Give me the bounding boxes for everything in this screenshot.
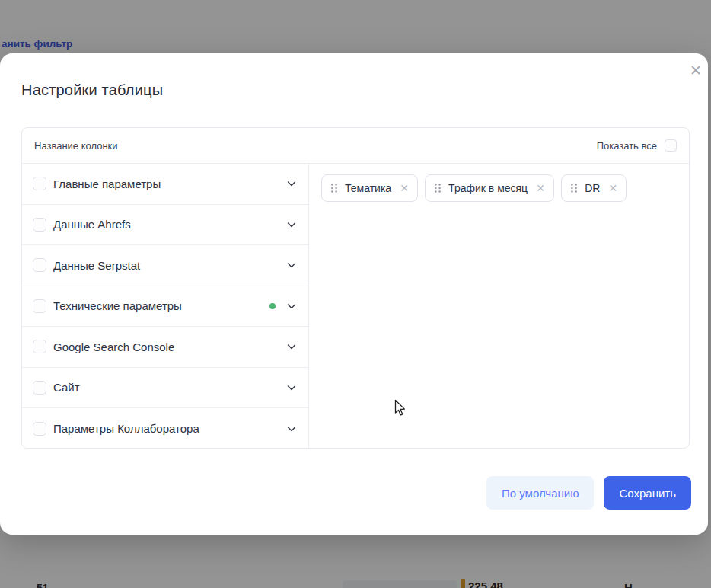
chip-remove-icon[interactable]: ✕ (607, 182, 619, 194)
show-all-control[interactable]: Показать все (597, 139, 677, 152)
column-chip[interactable]: Трафик в месяц ✕ (425, 174, 554, 202)
show-all-checkbox[interactable] (665, 139, 677, 152)
category-row[interactable]: Главные параметры (22, 164, 308, 205)
category-row[interactable]: Данные Serpstat (22, 245, 308, 286)
chevron-down-icon[interactable] (285, 423, 298, 435)
category-checkbox[interactable] (33, 381, 46, 395)
modal-title: Настройки таблицы (21, 81, 163, 99)
active-indicator-dot (269, 303, 276, 309)
columns-panel: Название колонки Показать все Главные па… (21, 127, 690, 449)
modal-footer: По умолчанию Сохранить (486, 476, 691, 510)
category-label: Технические параметры (53, 299, 182, 312)
category-checkbox[interactable] (33, 258, 46, 272)
show-all-label: Показать все (597, 140, 657, 152)
column-name-header: Название колонки (34, 140, 118, 152)
drag-handle-icon[interactable] (330, 183, 338, 193)
category-label: Данные Ahrefs (53, 218, 131, 231)
drag-handle-icon[interactable] (434, 183, 442, 193)
chevron-down-icon[interactable] (285, 219, 298, 231)
drag-handle-icon[interactable] (570, 183, 578, 193)
chip-remove-icon[interactable]: ✕ (398, 182, 410, 194)
chip-label: Тематика (345, 182, 391, 194)
selected-columns-area: Тематика ✕ Трафик в месяц (309, 164, 689, 448)
category-list: Главные параметры Данные Ahrefs (22, 164, 309, 448)
chip-remove-icon[interactable]: ✕ (534, 182, 547, 194)
default-button[interactable]: По умолчанию (486, 476, 594, 510)
table-settings-modal: ✕ Настройки таблицы Название колонки Пок… (0, 53, 708, 535)
category-label: Данные Serpstat (53, 259, 140, 272)
category-row[interactable]: Данные Ahrefs (22, 205, 308, 246)
chevron-down-icon[interactable] (285, 259, 298, 271)
category-row[interactable]: Сайт (22, 368, 308, 409)
panel-body: Главные параметры Данные Ahrefs (22, 164, 689, 448)
category-checkbox[interactable] (33, 422, 46, 436)
chevron-down-icon[interactable] (285, 382, 298, 394)
column-chip[interactable]: DR ✕ (561, 174, 627, 202)
category-row[interactable]: Google Search Console (22, 327, 308, 368)
category-row[interactable]: Технические параметры (22, 286, 308, 328)
chip-label: DR (585, 182, 600, 194)
chevron-down-icon[interactable] (285, 177, 298, 190)
category-checkbox[interactable] (33, 340, 46, 353)
category-label: Google Search Console (53, 340, 174, 353)
category-checkbox[interactable] (33, 218, 46, 232)
chevron-down-icon[interactable] (285, 300, 298, 312)
chevron-down-icon[interactable] (285, 340, 298, 353)
panel-header: Название колонки Показать все (22, 128, 689, 164)
category-checkbox[interactable] (33, 299, 46, 313)
category-label: Главные параметры (53, 177, 161, 190)
category-row[interactable]: Параметры Коллаборатора (22, 408, 308, 449)
close-icon[interactable]: ✕ (686, 61, 706, 81)
category-label: Сайт (53, 381, 80, 394)
column-chip[interactable]: Тематика ✕ (321, 174, 418, 202)
category-label: Параметры Коллаборатора (53, 422, 199, 435)
category-checkbox[interactable] (33, 177, 46, 190)
chip-label: Трафик в месяц (448, 182, 528, 194)
save-button[interactable]: Сохранить (604, 476, 691, 510)
